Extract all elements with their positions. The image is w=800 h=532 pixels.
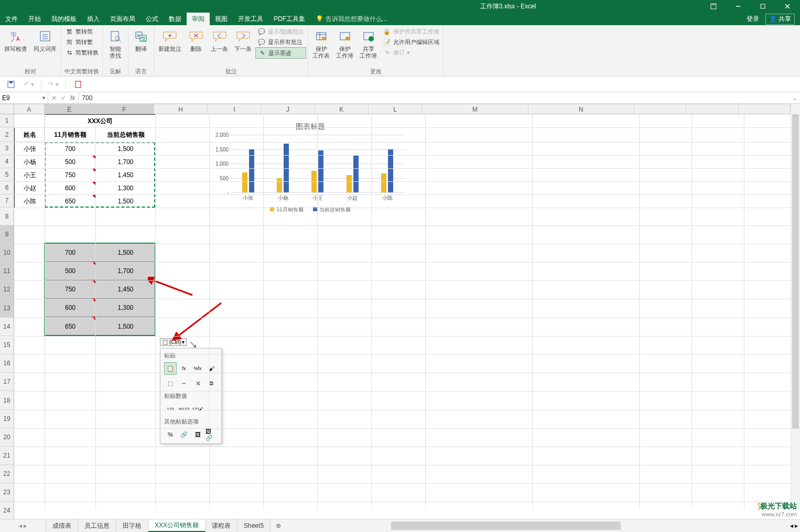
horizontal-scrollbar[interactable]: ◂ ▸ (286, 519, 800, 532)
paste-transpose-option[interactable]: ⤭ (191, 377, 204, 389)
sheet-tab[interactable]: 田字格 (116, 519, 148, 532)
sheet-tab[interactable]: 成绩表 (46, 519, 78, 532)
login-link[interactable]: 登录 (747, 15, 759, 24)
name-box[interactable]: E9▼ (0, 92, 48, 103)
new-comment-button[interactable]: 新建批注 (156, 26, 184, 53)
prev-comment-button[interactable]: 上一条 (208, 26, 231, 53)
simp-to-trad-button[interactable]: 简简转繁 (63, 37, 101, 47)
protect-sheet-button[interactable]: 保护 工作表 (310, 26, 332, 60)
track-changes-button[interactable]: ✎修订 ▾ (381, 47, 441, 58)
ribbon-options-icon[interactable] (701, 0, 725, 13)
row-headers[interactable]: 1234567891011121314151617181920212223242… (0, 114, 14, 519)
export-pdf-button[interactable] (72, 79, 84, 90)
smart-lookup-button[interactable]: 智能 查找 (104, 26, 126, 60)
allow-edit-button[interactable]: 📝允许用户编辑区域 (381, 37, 441, 47)
comment-indicator-icon[interactable] (92, 155, 95, 159)
chinese-convert-button[interactable]: ⇆简繁转换 (63, 47, 101, 58)
sheet-tab[interactable]: 课程表 (206, 519, 237, 532)
sheet-nav[interactable]: ◂ ▸ (0, 519, 46, 532)
comment-indicator-icon[interactable] (92, 181, 95, 185)
show-hide-comment-button[interactable]: 💬显示/隐藏批注 (255, 26, 306, 37)
paste-link-option[interactable]: 🔗 (178, 428, 190, 441)
fx-icon[interactable]: fx (70, 94, 75, 102)
cell-total[interactable]: 1,700 (96, 156, 156, 169)
next-comment-button[interactable]: 下一条 (232, 26, 254, 53)
cell-name[interactable]: 小杨 (15, 156, 45, 169)
sheet-tab[interactable]: XXX公司销售额 (148, 519, 206, 532)
comment-indicator-icon[interactable] (92, 168, 95, 172)
cell-nov[interactable]: 700 (45, 143, 96, 156)
share-button[interactable]: 👤共享 (765, 14, 795, 25)
delete-comment-button[interactable]: 删除 (185, 26, 207, 53)
paste-formatting-option[interactable]: % (164, 428, 177, 441)
paste-no-borders-option[interactable]: ⬚ (164, 377, 177, 389)
minimize-icon[interactable] (726, 0, 750, 13)
spreadsheet-grid[interactable]: AEFHIJKLMN 12345678910111213141516171819… (0, 104, 800, 519)
cell-nov[interactable]: 750 (45, 169, 96, 182)
sheet-tab[interactable]: 员工信息 (78, 519, 116, 532)
paste-options-button[interactable]: 📋(Ctrl)▾ (160, 338, 187, 346)
close-icon[interactable] (775, 0, 799, 13)
column-headers[interactable]: AEFHIJKLMN (14, 104, 791, 114)
expand-formula-icon[interactable]: ⌄ (790, 92, 800, 103)
cell-total[interactable]: 1,450 (96, 169, 156, 182)
cell-total[interactable]: 1,500 (96, 143, 156, 156)
thesaurus-button[interactable]: 同义词库 (31, 26, 59, 53)
cell-nov[interactable]: 500 (45, 156, 96, 169)
cell-name[interactable]: 小张 (15, 143, 45, 156)
pasted-range[interactable]: 7001,500 5001,700 7501,450 6001,300 6501… (45, 243, 156, 336)
tab-layout[interactable]: 页面布局 (105, 13, 140, 25)
show-ink-button[interactable]: ✎显示墨迹 (255, 47, 306, 59)
tab-view[interactable]: 视图 (210, 13, 233, 25)
cell-total[interactable]: 1,500 (96, 195, 156, 208)
tab-insert[interactable]: 插入 (82, 13, 105, 25)
tab-formulas[interactable]: 公式 (140, 13, 164, 25)
cell-nov[interactable]: 600 (45, 182, 96, 195)
tab-pdf[interactable]: PDF工具集 (268, 13, 310, 25)
tab-developer[interactable]: 开发工具 (233, 13, 268, 25)
company-title[interactable]: XXX公司 (45, 115, 156, 128)
chart-plot-area[interactable]: -5001,0001,5002,000 (231, 135, 405, 192)
paste-values-option[interactable]: 123 (164, 403, 177, 415)
enter-icon[interactable]: ✓ (61, 94, 66, 102)
save-button[interactable] (5, 79, 17, 90)
chart-title[interactable]: 图表标题 (211, 122, 410, 132)
redo-button[interactable]: ↷ ▾ (48, 79, 59, 90)
trad-to-simp-button[interactable]: 繁繁转简 (63, 26, 101, 37)
cell-name[interactable]: 小陈 (15, 195, 45, 208)
cell-total[interactable]: 1,300 (96, 182, 156, 195)
add-sheet-button[interactable]: ⊕ (271, 519, 286, 532)
translate-button[interactable]: a文 翻译 (130, 26, 152, 53)
cell-name[interactable]: 小王 (15, 169, 45, 182)
show-all-comments-button[interactable]: 💬显示所有批注 (255, 37, 306, 47)
protect-share-button[interactable]: 🔒保护并共享工作簿 (381, 26, 441, 37)
share-workbook-button[interactable]: 共享 工作簿 (357, 26, 380, 60)
paste-values-format-option[interactable]: %123 (178, 403, 190, 415)
cancel-icon[interactable]: ✕ (51, 94, 57, 102)
tell-me-search[interactable]: 💡告诉我您想要做什么... (316, 13, 387, 25)
undo-button[interactable]: ↶ ▾ (23, 79, 35, 90)
tab-data[interactable]: 数据 (164, 13, 187, 25)
paste-values-source-option[interactable]: 123🖌 (191, 403, 204, 415)
tab-home[interactable]: 开始 (23, 13, 46, 25)
formula-input[interactable]: 700 (79, 92, 790, 103)
comment-indicator-icon[interactable] (92, 194, 95, 198)
vertical-scrollbar[interactable] (791, 104, 800, 509)
tab-file[interactable]: 文件 (0, 13, 23, 25)
select-all-corner[interactable] (0, 104, 14, 114)
protect-workbook-button[interactable]: 保护 工作簿 (333, 26, 356, 60)
tab-templates[interactable]: 我的模板 (46, 13, 82, 25)
header-total[interactable]: 当前总销售额 (96, 128, 156, 143)
cell-name[interactable]: 小赵 (15, 182, 45, 195)
paste-linked-picture-option[interactable]: 🖼🔗 (205, 428, 218, 441)
maximize-icon[interactable] (751, 0, 774, 13)
tab-review[interactable]: 审阅 (187, 13, 210, 25)
header-nov[interactable]: 11月销售额 (45, 128, 96, 143)
embedded-chart[interactable]: 图表标题 -5001,0001,5002,000 小张小杨小王小赵小陈 11月销… (211, 122, 410, 222)
spelling-button[interactable]: 字A 拼写检查 (2, 26, 30, 53)
paste-merge-option[interactable]: ⧉ (205, 377, 218, 389)
sheet-tab[interactable]: Sheet5 (237, 519, 271, 532)
cell-nov[interactable]: 650 (45, 195, 96, 208)
header-name[interactable]: 姓名 (15, 128, 45, 143)
paste-picture-option[interactable]: 🖼 (191, 428, 204, 441)
